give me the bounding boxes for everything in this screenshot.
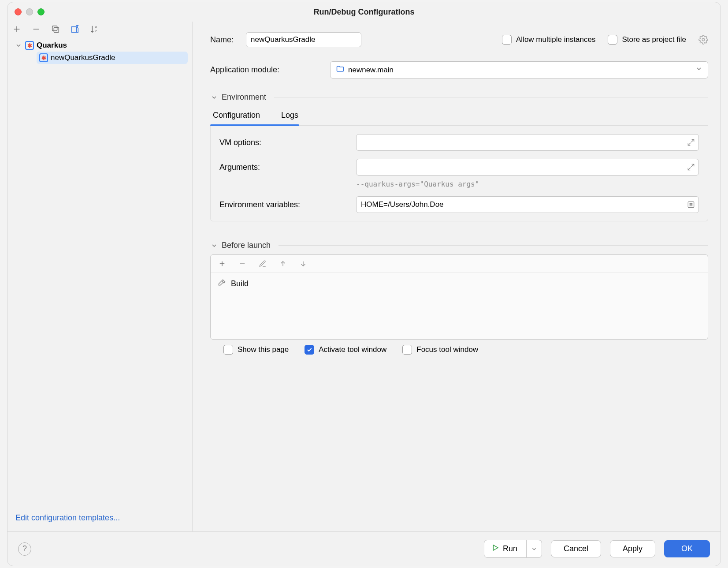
tree-item-label: newQuarkusGradle [51, 53, 115, 62]
focus-tool-label: Focus tool window [416, 345, 478, 354]
before-launch-item-label: Build [231, 279, 249, 288]
cancel-button[interactable]: Cancel [551, 540, 601, 557]
ok-button[interactable]: OK [664, 540, 710, 557]
save-configuration-icon[interactable] [70, 24, 80, 34]
chevron-down-icon [210, 242, 218, 250]
focus-tool-checkbox[interactable]: Focus tool window [402, 345, 478, 355]
vm-options-row: VM options: [219, 134, 699, 151]
module-select[interactable]: newnew.main [330, 61, 708, 78]
svg-rect-1 [52, 26, 57, 31]
expand-icon[interactable] [687, 163, 695, 172]
run-label: Run [503, 544, 517, 553]
module-label: Application module: [210, 65, 320, 75]
dialog-window: Run/Debug Configurations az [7, 2, 721, 566]
list-icon[interactable] [687, 200, 695, 209]
env-vars-label: Environment variables: [219, 200, 347, 209]
traffic-lights [15, 8, 45, 15]
svg-text:z: z [95, 29, 97, 33]
titlebar: Run/Debug Configurations [7, 2, 721, 22]
arguments-input[interactable] [356, 159, 699, 176]
before-launch-toolbar [211, 255, 708, 273]
before-launch-title: Before launch [222, 241, 271, 250]
svg-point-4 [702, 38, 705, 41]
build-icon [218, 278, 227, 289]
arguments-hint: --quarkus-args="Quarkus args" [219, 180, 699, 188]
module-row: Application module: newnew.main [210, 61, 708, 78]
sidebar-footer: Edit configuration templates... [7, 507, 192, 531]
help-button[interactable]: ? [18, 542, 31, 556]
edit-task-icon[interactable] [258, 259, 267, 268]
tree-group-quarkus[interactable]: ✱ Quarkus [12, 39, 188, 52]
checkbox-box [608, 35, 617, 45]
play-icon [491, 544, 499, 554]
env-vars-row: Environment variables: [219, 196, 699, 213]
minimize-window-button[interactable] [26, 8, 33, 15]
run-dropdown-button[interactable] [527, 540, 542, 558]
show-page-checkbox[interactable]: Show this page [223, 345, 289, 355]
add-configuration-icon[interactable] [12, 24, 22, 34]
checkbox-box [502, 35, 512, 45]
before-launch-item[interactable]: Build [218, 278, 701, 289]
content: az ✱ Quarkus ✱ newQuarkusGradle Edit con… [7, 22, 721, 531]
allow-multiple-checkbox[interactable]: Allow multiple instances [502, 35, 595, 45]
before-launch-section: Before launch [210, 241, 708, 355]
checkbox-box [305, 345, 314, 355]
configuration-panel: VM options: Arguments: [210, 126, 708, 221]
tab-configuration[interactable]: Configuration [210, 106, 263, 125]
divider [279, 245, 708, 246]
apply-button[interactable]: Apply [610, 540, 655, 557]
arguments-label: Arguments: [219, 163, 347, 172]
dialog-title: Run/Debug Configurations [7, 7, 721, 17]
store-project-checkbox[interactable]: Store as project file [608, 35, 686, 45]
activate-tool-checkbox[interactable]: Activate tool window [305, 345, 386, 355]
before-launch-header[interactable]: Before launch [210, 241, 708, 250]
move-up-icon[interactable] [279, 259, 287, 268]
dialog-footer: ? Run Cancel Apply OK [7, 531, 721, 566]
tree-item-selected[interactable]: ✱ newQuarkusGradle [37, 52, 188, 64]
move-down-icon[interactable] [299, 259, 308, 268]
before-launch-list: Build [210, 254, 708, 340]
env-vars-input[interactable] [356, 196, 699, 213]
run-split-button: Run [484, 540, 542, 558]
sort-alpha-icon[interactable]: az [89, 24, 99, 34]
chevron-down-icon [210, 93, 218, 101]
tree-group-label: Quarkus [37, 41, 67, 50]
checkbox-box [223, 345, 233, 355]
run-button[interactable]: Run [484, 540, 527, 558]
tab-underline [210, 124, 299, 126]
add-task-icon[interactable] [218, 259, 227, 268]
close-window-button[interactable] [15, 8, 22, 15]
gear-icon[interactable] [698, 35, 708, 45]
quarkus-type-icon: ✱ [25, 41, 34, 50]
store-project-label: Store as project file [622, 35, 686, 44]
zoom-window-button[interactable] [37, 8, 45, 15]
environment-section: Environment Configuration Logs VM option… [210, 93, 708, 221]
vm-options-input[interactable] [356, 134, 699, 151]
remove-task-icon[interactable] [238, 259, 247, 268]
name-label: Name: [210, 35, 234, 45]
activate-tool-label: Activate tool window [319, 345, 386, 354]
environment-title: Environment [222, 93, 266, 102]
quarkus-type-icon: ✱ [39, 53, 48, 62]
tab-logs[interactable]: Logs [279, 106, 301, 125]
vm-options-label: VM options: [219, 138, 347, 147]
environment-header[interactable]: Environment [210, 93, 708, 102]
before-launch-body: Build [211, 273, 708, 339]
chevron-down-icon [695, 65, 702, 75]
module-value: newnew.main [348, 66, 394, 75]
sidebar-toolbar: az [7, 22, 192, 37]
show-page-label: Show this page [238, 345, 289, 354]
svg-rect-0 [54, 27, 59, 32]
allow-multiple-label: Allow multiple instances [516, 35, 595, 44]
copy-configuration-icon[interactable] [51, 24, 60, 34]
main-panel: Name: Allow multiple instances Store as … [193, 22, 721, 531]
arguments-row: Arguments: [219, 159, 699, 176]
tabs: Configuration Logs [210, 106, 708, 126]
svg-text:a: a [95, 25, 97, 29]
module-icon [336, 64, 345, 75]
sidebar: az ✱ Quarkus ✱ newQuarkusGradle Edit con… [7, 22, 193, 531]
name-input[interactable] [246, 32, 361, 47]
remove-configuration-icon[interactable] [31, 24, 41, 34]
expand-icon[interactable] [687, 138, 695, 147]
edit-templates-link[interactable]: Edit configuration templates... [15, 513, 120, 522]
